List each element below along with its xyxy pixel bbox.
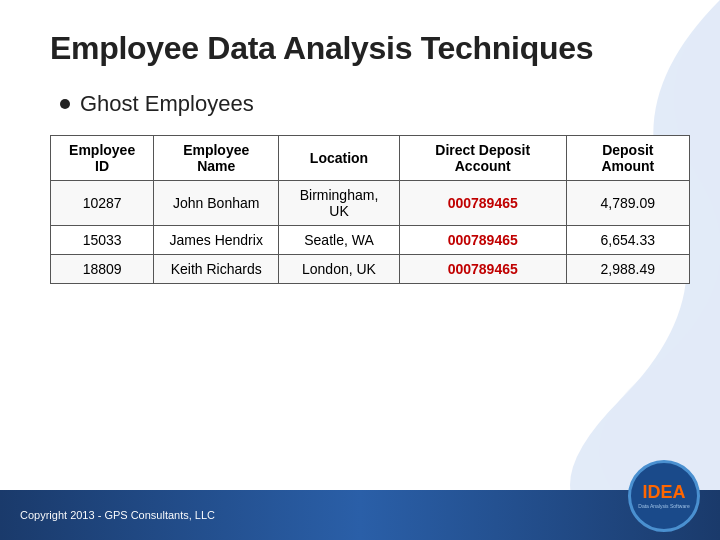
bullet-icon [60, 99, 70, 109]
col-header-name: Employee Name [154, 136, 279, 181]
col-header-deposit-account: Direct Deposit Account [399, 136, 566, 181]
table-cell: James Hendrix [154, 226, 279, 255]
footer: Copyright 2013 - GPS Consultants, LLC ID… [0, 490, 720, 540]
bullet-label: Ghost Employees [80, 91, 254, 117]
employee-table: Employee ID Employee Name Location Direc… [50, 135, 690, 284]
table-cell: 000789465 [399, 226, 566, 255]
table-cell: 6,654.33 [566, 226, 689, 255]
page-title: Employee Data Analysis Techniques [50, 30, 670, 67]
table-cell: 10287 [51, 181, 154, 226]
table-cell: Keith Richards [154, 255, 279, 284]
table-cell: Seatle, WA [279, 226, 400, 255]
bullet-item: Ghost Employees [50, 91, 670, 117]
table-cell: London, UK [279, 255, 400, 284]
table-row: 10287John BonhamBirmingham, UK0007894654… [51, 181, 690, 226]
table-cell: Birmingham, UK [279, 181, 400, 226]
table-cell: 4,789.09 [566, 181, 689, 226]
table-cell: 000789465 [399, 181, 566, 226]
col-header-id: Employee ID [51, 136, 154, 181]
logo-subtext: Data Analysis Software [638, 503, 689, 509]
table-cell: John Bonham [154, 181, 279, 226]
table-row: 15033James HendrixSeatle, WA0007894656,6… [51, 226, 690, 255]
logo-text: IDEA [642, 483, 685, 501]
table-row: 18809Keith RichardsLondon, UK0007894652,… [51, 255, 690, 284]
table-header-row: Employee ID Employee Name Location Direc… [51, 136, 690, 181]
col-header-deposit-amount: Deposit Amount [566, 136, 689, 181]
table-cell: 18809 [51, 255, 154, 284]
col-header-location: Location [279, 136, 400, 181]
idea-logo: IDEA Data Analysis Software [628, 460, 700, 532]
copyright-text: Copyright 2013 - GPS Consultants, LLC [20, 509, 215, 521]
table-cell: 2,988.49 [566, 255, 689, 284]
table-cell: 15033 [51, 226, 154, 255]
table-cell: 000789465 [399, 255, 566, 284]
